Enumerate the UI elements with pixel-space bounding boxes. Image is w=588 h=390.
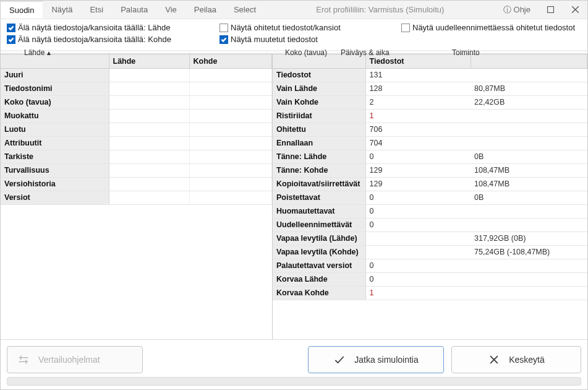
row-count: 128 bbox=[365, 82, 471, 95]
menu-palauta[interactable]: Palauta bbox=[112, 1, 156, 19]
row-size bbox=[471, 272, 587, 286]
table-row[interactable]: Vapaa levytila (Lähde)317,92GB (0B) bbox=[273, 232, 587, 245]
checkbox-hide-source[interactable]: Älä näytä tiedostoja/kansioita täällä: L… bbox=[7, 23, 217, 32]
row-label: Vapaa levytila (Lähde) bbox=[273, 232, 365, 245]
row-count: 0 bbox=[365, 204, 471, 218]
table-row[interactable]: Ennallaan704 bbox=[273, 136, 587, 150]
menu-bar: Suodin Näytä Etsi Palauta Vie Peilaa Sel… bbox=[1, 1, 587, 19]
menu-etsi[interactable]: Etsi bbox=[81, 1, 112, 19]
checkbox-label: Älä näytä tiedostoja/kansioita täällä: L… bbox=[18, 23, 170, 32]
compare-tools-button[interactable]: Vertailuohjelmat bbox=[7, 346, 143, 373]
compare-icon bbox=[17, 353, 30, 366]
row-label: Huomautettavat bbox=[273, 204, 365, 218]
row-size: 22,42GB bbox=[471, 95, 587, 109]
row-target bbox=[189, 68, 272, 82]
row-source bbox=[109, 68, 189, 82]
table-row[interactable]: Tiedostot131 bbox=[273, 68, 587, 82]
table-row[interactable]: Tänne: Lähde00B bbox=[273, 150, 587, 163]
row-source bbox=[109, 82, 189, 95]
table-row[interactable]: Tarkiste bbox=[1, 150, 272, 163]
checkbox-label: Näytä muutetut tiedostot bbox=[231, 35, 318, 44]
row-source bbox=[109, 163, 189, 177]
row-label: Korvaa Kohde bbox=[273, 286, 365, 300]
table-row[interactable]: Versiot bbox=[1, 191, 272, 204]
checkbox-show-skipped[interactable]: Näytä ohitetut tiedostot/kansiot bbox=[219, 23, 399, 32]
table-row[interactable]: Tänne: Kohde129108,47MB bbox=[273, 163, 587, 177]
row-target bbox=[189, 177, 272, 191]
checkbox-hide-target[interactable]: Älä näytä tiedostoja/kansioita täällä: K… bbox=[7, 35, 217, 44]
compare-label: Vertailuohjelmat bbox=[38, 355, 100, 365]
col-kohde[interactable]: Kohde bbox=[189, 54, 272, 68]
table-row[interactable]: Huomautettavat0 bbox=[273, 204, 587, 218]
checkbox-label: Näytä ohitetut tiedostot/kansiot bbox=[231, 23, 341, 32]
col-action: Toiminto bbox=[452, 48, 480, 57]
cancel-icon bbox=[488, 353, 500, 366]
menu-select[interactable]: Select bbox=[225, 1, 265, 19]
window-close-button[interactable] bbox=[563, 1, 587, 19]
menu-nayta[interactable]: Näytä bbox=[43, 1, 81, 19]
table-row[interactable]: Versiohistoria bbox=[1, 177, 272, 191]
table-row[interactable]: Tiedostonimi bbox=[1, 82, 272, 95]
table-row[interactable]: Koko (tavua) bbox=[1, 95, 272, 109]
table-row[interactable]: Ohitettu706 bbox=[273, 123, 587, 136]
row-count: 131 bbox=[365, 68, 471, 82]
table-row[interactable]: Korvaa Kohde1 bbox=[273, 286, 587, 300]
row-label: Turvallisuus bbox=[1, 163, 109, 177]
row-size: 75,24GB (-108,47MB) bbox=[471, 245, 587, 259]
file-details-pane: Lähde Kohde JuuriTiedostonimiKoko (tavua… bbox=[1, 54, 273, 339]
checkbox-icon bbox=[219, 35, 228, 44]
row-target bbox=[189, 136, 272, 150]
cancel-button[interactable]: Keskeytä bbox=[451, 346, 581, 373]
row-target bbox=[189, 150, 272, 163]
horizontal-scrollbar[interactable] bbox=[7, 377, 581, 386]
row-source bbox=[109, 95, 189, 109]
table-row[interactable]: Palautettavat versiot0 bbox=[273, 259, 587, 272]
checkbox-show-rename-skipped[interactable]: Näytä uudelleennimettäessä ohitetut tied… bbox=[401, 23, 587, 32]
row-size: 0B bbox=[471, 150, 587, 163]
table-row[interactable]: Korvaa Lähde0 bbox=[273, 272, 587, 286]
table-row[interactable]: Vapaa levytila (Kohde)75,24GB (-108,47MB… bbox=[273, 245, 587, 259]
menu-peilaa[interactable]: Peilaa bbox=[185, 1, 225, 19]
help-button[interactable]: ⓘ Ohje bbox=[496, 1, 538, 19]
menu-vie[interactable]: Vie bbox=[156, 1, 185, 19]
continue-simulation-button[interactable]: Jatka simulointia bbox=[308, 346, 444, 373]
row-label: Palautettavat versiot bbox=[273, 259, 365, 272]
footer-toolbar: Vertailuohjelmat Jatka simulointia Keske… bbox=[1, 339, 587, 377]
checkbox-icon bbox=[219, 24, 228, 32]
table-row[interactable]: Vain Kohde222,42GB bbox=[273, 95, 587, 109]
col-blank[interactable] bbox=[1, 54, 109, 68]
row-target bbox=[189, 95, 272, 109]
row-label: Tänne: Kohde bbox=[273, 163, 365, 177]
table-row[interactable]: Attribuutit bbox=[1, 136, 272, 150]
row-label: Tarkiste bbox=[1, 150, 109, 163]
table-row[interactable]: Vain Lähde12880,87MB bbox=[273, 82, 587, 95]
checkbox-label: Älä näytä tiedostoja/kansioita täällä: K… bbox=[18, 35, 171, 44]
table-row[interactable]: Ristiriidat1 bbox=[273, 109, 587, 123]
table-row[interactable]: Turvallisuus bbox=[1, 163, 272, 177]
help-label: Ohje bbox=[514, 5, 530, 14]
table-row[interactable]: Muokattu bbox=[1, 109, 272, 123]
row-label: Tiedostonimi bbox=[1, 82, 109, 95]
table-row[interactable]: Kopioitavat/siirrettävät129108,47MB bbox=[273, 177, 587, 191]
checkbox-show-changed[interactable]: Näytä muutetut tiedostot bbox=[219, 35, 399, 44]
table-row[interactable]: Luotu bbox=[1, 123, 272, 136]
table-row[interactable]: Juuri bbox=[1, 68, 272, 82]
row-label: Korvaa Lähde bbox=[273, 272, 365, 286]
row-size bbox=[471, 218, 587, 232]
check-icon bbox=[333, 353, 346, 366]
row-label: Luotu bbox=[1, 123, 109, 136]
summary-pane: Tiedostot Tiedostot131Vain Lähde12880,87… bbox=[273, 54, 587, 339]
row-count: 0 bbox=[365, 259, 471, 272]
menu-suodin[interactable]: Suodin bbox=[1, 1, 43, 19]
table-row[interactable]: Uudelleennimettävät0 bbox=[273, 218, 587, 232]
col-extra[interactable] bbox=[471, 54, 587, 68]
svg-rect-0 bbox=[547, 7, 553, 13]
row-count bbox=[365, 232, 471, 245]
row-label: Muokattu bbox=[1, 109, 109, 123]
row-label: Tiedostot bbox=[273, 68, 365, 82]
col-lahde[interactable]: Lähde bbox=[109, 54, 189, 68]
window-maximize-button[interactable] bbox=[538, 1, 563, 19]
checkbox-icon bbox=[401, 24, 410, 32]
row-target bbox=[189, 82, 272, 95]
table-row[interactable]: Poistettavat00B bbox=[273, 191, 587, 204]
